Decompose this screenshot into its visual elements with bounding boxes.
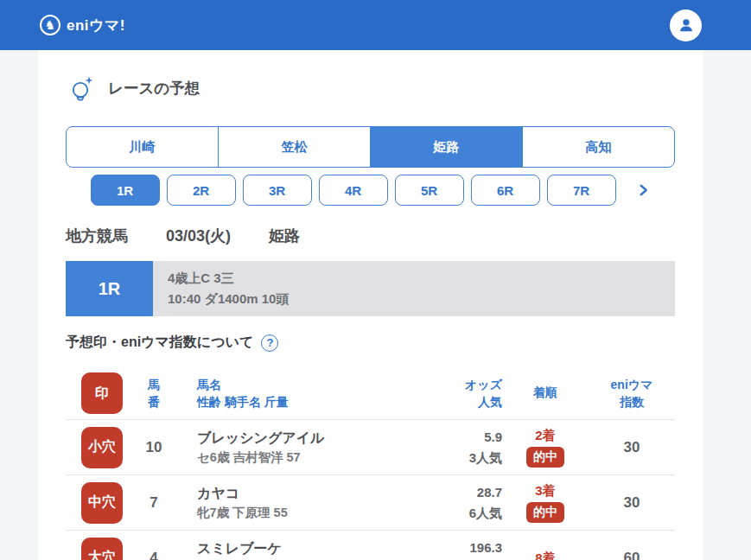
race-banner: 1R 4歳上C 3三 10:40 ダ1400m 10頭 (66, 261, 675, 316)
column-header-mark: 印 (81, 372, 123, 414)
track-tab-himeji[interactable]: 姫路 (370, 127, 522, 167)
popularity: 3人気 (407, 448, 502, 468)
eniuma-index: 30 (589, 494, 675, 512)
crystal-ball-icon (69, 75, 95, 101)
column-header-finish: 着順 (502, 385, 589, 401)
mark-badge: 小穴 (81, 427, 123, 468)
page-title-row: レースの予想 (69, 75, 675, 101)
race-tab-4r[interactable]: 4R (319, 175, 388, 206)
table-row: 小穴 10 ブレッシングアイル セ6歳 吉村智洋 57 5.9 3人気 2着 的… (66, 420, 675, 475)
column-header-number: 馬 番 (126, 376, 181, 411)
race-tab-bar: 1R 2R 3R 4R 5R 6R 7R (66, 175, 675, 206)
help-icon[interactable]: ? (261, 334, 278, 352)
race-tab-6r[interactable]: 6R (471, 175, 540, 206)
race-class: 4歳上C 3三 (168, 268, 660, 289)
mark-badge: 中穴 (81, 482, 123, 524)
info-heading: 予想印・eniウマ指数について (66, 334, 253, 352)
horse-detail: セ6歳 吉村智洋 57 (197, 449, 407, 468)
app-logo[interactable]: ♞ eniウマ! (40, 15, 125, 35)
horse-number: 10 (126, 439, 181, 456)
info-heading-row: 予想印・eniウマ指数について ? (66, 334, 675, 352)
race-detail: 10:40 ダ1400m 10頭 (168, 289, 660, 309)
horse-number: 7 (126, 494, 181, 512)
horse-name: ブレッシングアイル (197, 428, 407, 449)
race-category: 地方競馬 (66, 226, 128, 246)
table-row: 中穴 7 カヤコ 牝7歳 下原理 55 28.7 6人気 3着 的中 30 (66, 475, 675, 531)
column-header-horse: 馬名 性齢 騎手名 斤量 (181, 376, 407, 411)
track-tab-kasamatsu[interactable]: 笠松 (218, 127, 370, 167)
race-tab-1r[interactable]: 1R (91, 175, 160, 206)
eniuma-index: 60 (589, 550, 675, 560)
race-tab-5r[interactable]: 5R (395, 175, 464, 206)
finish-position: 2着 (502, 427, 589, 444)
mark-badge: 大穴 (81, 538, 123, 560)
odds-value: 5.9 (407, 427, 502, 448)
table-header-row: 印 馬 番 馬名 性齢 騎手名 斤量 オッズ 人気 着順 eniウマ 指数 (66, 367, 675, 420)
race-tab-3r[interactable]: 3R (243, 175, 312, 206)
chevron-right-icon (635, 182, 651, 198)
track-tab-bar: 川崎 笠松 姫路 高知 (66, 126, 675, 168)
track-tab-kawasaki[interactable]: 川崎 (67, 127, 218, 167)
race-tab-2r[interactable]: 2R (167, 175, 236, 206)
hit-badge: 的中 (526, 502, 564, 523)
column-header-odds: オッズ 人気 (407, 376, 502, 411)
page-title: レースの予想 (108, 78, 200, 99)
race-track: 姫路 (269, 226, 300, 246)
main-content-card: レースの予想 川崎 笠松 姫路 高知 1R 2R 3R 4R 5R 6R 7R … (38, 50, 703, 560)
race-tab-7r[interactable]: 7R (547, 175, 616, 206)
odds-value: 28.7 (407, 482, 502, 503)
track-tab-kochi[interactable]: 高知 (522, 127, 674, 167)
column-header-index: eniウマ 指数 (589, 376, 675, 411)
horse-name: カヤコ (197, 483, 407, 504)
race-info-panel: 4歳上C 3三 10:40 ダ1400m 10頭 (153, 261, 675, 316)
prediction-table: 印 馬 番 馬名 性齢 騎手名 斤量 オッズ 人気 着順 eniウマ 指数 小穴… (66, 367, 675, 560)
odds-value: 196.3 (407, 538, 502, 558)
horse-head-icon: ♞ (40, 15, 60, 35)
race-meta-row: 地方競馬 03/03(火) 姫路 (66, 226, 675, 246)
horse-name: スミレブーケ (197, 538, 407, 559)
table-row: 大穴 4 スミレブーケ 牝6歳 新庄海誠 54 196.3 10人気 8着 60 (66, 531, 675, 560)
finish-position: 3着 (502, 482, 589, 500)
finish-position: 8着 (502, 550, 589, 560)
eniuma-index: 30 (589, 439, 675, 456)
user-avatar-button[interactable] (670, 10, 702, 41)
race-tabs-next-button[interactable] (635, 182, 651, 198)
app-logo-text: eniウマ! (67, 16, 125, 35)
horse-number: 4 (126, 550, 181, 560)
horse-detail: 牝7歳 下原理 55 (197, 504, 407, 523)
race-date: 03/03(火) (166, 226, 231, 246)
app-header: ♞ eniウマ! (0, 0, 751, 50)
person-icon (677, 16, 696, 35)
race-number-badge: 1R (66, 261, 153, 316)
popularity: 6人気 (407, 503, 502, 524)
hit-badge: 的中 (526, 447, 564, 468)
